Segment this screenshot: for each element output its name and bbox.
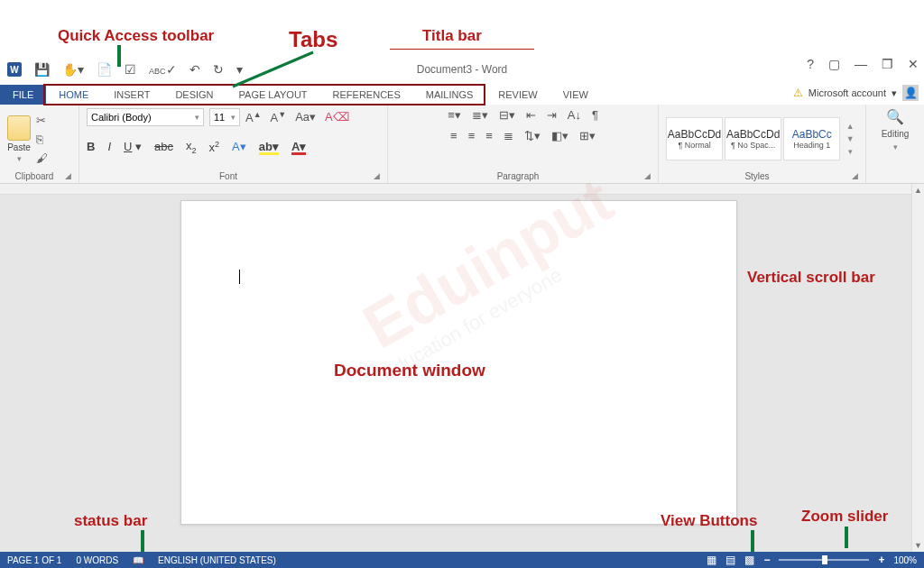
annotation-zoomslider: Zoom slider xyxy=(801,508,888,526)
highlight-color-button[interactable]: ab▾ xyxy=(259,140,279,153)
tab-file[interactable]: FILE xyxy=(0,85,46,105)
undo-icon[interactable]: ↶ xyxy=(189,62,200,77)
font-dialog-launcher[interactable]: ◢ xyxy=(374,171,380,180)
paste-icon xyxy=(7,115,31,141)
subscript-button[interactable]: x2 xyxy=(186,139,197,155)
annotation-titlebar: Titla bar xyxy=(422,27,482,45)
styles-expand-button[interactable]: ▲▼▾ xyxy=(842,122,858,156)
font-name-combobox[interactable]: Calibri (Body)▾ xyxy=(87,108,204,126)
align-left-button[interactable]: ≡ xyxy=(450,129,457,142)
paragraph-dialog-launcher[interactable]: ◢ xyxy=(644,171,651,180)
scroll-down-icon[interactable]: ▼ xyxy=(912,539,924,552)
annotation-statusbar: status bar xyxy=(74,512,147,530)
tab-view[interactable]: VIEW xyxy=(550,85,601,105)
bullets-button[interactable]: ≡▾ xyxy=(448,108,461,122)
save-icon[interactable]: 💾 xyxy=(34,62,50,77)
annotation-vscroll: Vertical scroll bar xyxy=(747,269,875,287)
copy-icon[interactable]: ⎘ xyxy=(36,133,48,146)
zoom-slider-thumb[interactable] xyxy=(822,555,827,564)
style-nospacing-name: ¶ No Spac... xyxy=(731,141,775,150)
zoom-percent[interactable]: 100% xyxy=(893,555,917,565)
style-nospacing[interactable]: AaBbCcDd ¶ No Spac... xyxy=(725,117,781,160)
ribbon-group-clipboard: Paste ▾ ✂ ⎘ 🖌 Clipboard◢ xyxy=(0,105,79,183)
editing-group-label[interactable]: Editing xyxy=(882,129,910,139)
view-read-mode-button[interactable]: ▦ xyxy=(707,554,716,566)
cut-icon[interactable]: ✂ xyxy=(36,114,48,127)
status-page[interactable]: PAGE 1 OF 1 xyxy=(7,555,61,565)
zoom-out-button[interactable]: − xyxy=(763,554,770,566)
scroll-up-icon[interactable]: ▲ xyxy=(912,184,924,197)
ribbon: Paste ▾ ✂ ⎘ 🖌 Clipboard◢ Calibri (Body)▾… xyxy=(0,105,924,184)
superscript-button[interactable]: x2 xyxy=(209,140,220,154)
zoom-in-button[interactable]: + xyxy=(878,554,884,566)
align-right-button[interactable]: ≡ xyxy=(485,129,493,142)
bold-button[interactable]: B xyxy=(87,140,95,153)
svg-line-0 xyxy=(233,52,313,87)
text-effects-button[interactable]: A▾ xyxy=(232,140,246,153)
annotation-tick-zoom xyxy=(845,527,848,548)
zoom-slider-track[interactable] xyxy=(779,559,869,561)
show-marks-button[interactable]: ¶ xyxy=(592,108,598,122)
open-icon-qat[interactable]: ☑ xyxy=(125,62,136,77)
sort-button[interactable]: A↓ xyxy=(568,108,581,122)
status-words[interactable]: 0 WORDS xyxy=(76,555,118,565)
ribbon-group-styles: AaBbCcDd ¶ Normal AaBbCcDd ¶ No Spac... … xyxy=(659,105,866,183)
view-web-layout-button[interactable]: ▩ xyxy=(744,554,754,566)
increase-indent-button[interactable]: ⇥ xyxy=(547,108,557,122)
text-cursor xyxy=(239,270,240,284)
numbering-button[interactable]: ≣▾ xyxy=(472,108,488,122)
status-language[interactable]: ENGLISH (UNITED STATES) xyxy=(158,555,276,565)
style-nospacing-preview: AaBbCcDd xyxy=(726,128,780,141)
decrease-indent-button[interactable]: ⇤ xyxy=(526,108,536,122)
font-size-combobox[interactable]: 11▾ xyxy=(209,108,240,126)
clipboard-dialog-launcher[interactable]: ◢ xyxy=(65,171,71,180)
font-size-value: 11 xyxy=(214,112,225,123)
vertical-scrollbar[interactable]: ▲ ▼ xyxy=(911,184,924,552)
increase-font-icon[interactable]: A▲ xyxy=(245,110,262,124)
horizontal-ruler[interactable] xyxy=(0,184,911,195)
borders-button[interactable]: ⊞▾ xyxy=(579,129,596,142)
clear-format-icon[interactable]: A⌫ xyxy=(325,110,349,124)
close-icon[interactable]: ✕ xyxy=(908,57,919,71)
word-app-icon[interactable]: W xyxy=(7,62,22,77)
annotation-tick-statusbar xyxy=(141,530,144,552)
change-case-icon[interactable]: Aa▾ xyxy=(295,110,316,124)
font-color-button[interactable]: A▾ xyxy=(291,140,306,153)
annotation-line-titlebar xyxy=(390,49,534,50)
annotation-arrow-tabs xyxy=(227,49,327,92)
help-icon[interactable]: ? xyxy=(807,57,814,71)
view-print-layout-button[interactable]: ▤ xyxy=(725,554,735,566)
justify-button[interactable]: ≣ xyxy=(504,129,513,142)
decrease-font-icon[interactable]: A▼ xyxy=(271,110,287,124)
line-spacing-button[interactable]: ⇅▾ xyxy=(524,129,541,142)
strikethrough-button[interactable]: abc xyxy=(154,140,173,153)
window-title: Document3 - Word xyxy=(417,63,507,76)
annotation-document-window: Document window xyxy=(334,361,485,380)
style-normal[interactable]: AaBbCcDd ¶ Normal xyxy=(666,117,723,160)
annotation-view-buttons: View Buttons xyxy=(661,512,757,530)
ribbon-group-editing: 🔍 Editing ▾ xyxy=(866,105,924,183)
find-icon[interactable]: 🔍 xyxy=(886,108,904,125)
underline-button[interactable]: U ▾ xyxy=(124,140,142,153)
minimize-icon[interactable]: — xyxy=(855,57,867,71)
paste-button[interactable]: Paste ▾ xyxy=(7,115,31,163)
spellcheck-icon[interactable]: ABC✓ xyxy=(149,62,177,77)
restore-icon[interactable]: ❐ xyxy=(882,57,893,71)
ribbon-options-icon[interactable]: ▢ xyxy=(828,57,840,71)
format-painter-icon[interactable]: 🖌 xyxy=(36,151,48,165)
align-center-button[interactable]: ≡ xyxy=(468,129,476,142)
status-proofing-icon[interactable]: 📖 xyxy=(133,555,143,565)
style-normal-preview: AaBbCcDd xyxy=(668,128,721,141)
multilevel-button[interactable]: ⊟▾ xyxy=(499,108,515,122)
tab-review[interactable]: REVIEW xyxy=(485,85,550,105)
shading-button[interactable]: ◧▾ xyxy=(551,129,568,142)
touch-mode-icon[interactable]: ✋▾ xyxy=(62,62,84,77)
status-bar: PAGE 1 OF 1 0 WORDS 📖 ENGLISH (UNITED ST… xyxy=(0,552,924,568)
italic-button[interactable]: I xyxy=(107,140,111,153)
redo-icon[interactable]: ↻ xyxy=(213,62,224,77)
titlebar: W 💾 ✋▾ 📄 ☑ ABC✓ ↶ ↻ ▾ Document3 - Word xyxy=(0,57,924,82)
styles-dialog-launcher[interactable]: ◢ xyxy=(852,171,858,180)
styles-group-label: Styles xyxy=(744,171,769,181)
new-doc-icon[interactable]: 📄 xyxy=(97,62,112,77)
style-heading1[interactable]: AaBbCc Heading 1 xyxy=(783,117,840,160)
